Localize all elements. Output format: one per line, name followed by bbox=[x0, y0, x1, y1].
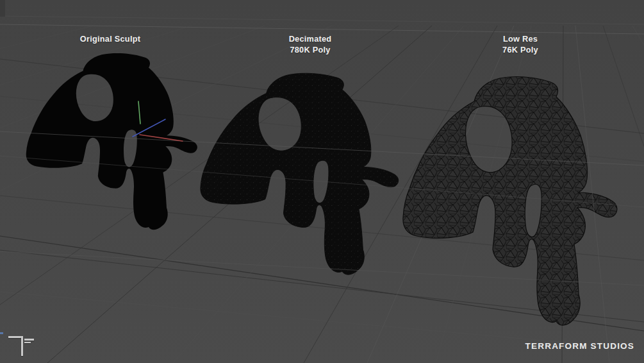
terraform-logo-icon bbox=[0, 0, 45, 38]
model-original-sculpt[interactable] bbox=[26, 53, 197, 230]
edge-marker bbox=[0, 332, 3, 334]
label-title: Original Sculpt bbox=[80, 33, 140, 44]
model-low-res[interactable] bbox=[403, 77, 617, 326]
label-polycount: 76K Poly bbox=[502, 44, 538, 55]
label-decimated: Decimated 780K Poly bbox=[289, 33, 332, 55]
label-title: Decimated bbox=[289, 33, 332, 44]
studio-watermark: TERRAFORM STUDIOS bbox=[525, 341, 634, 351]
label-title: Low Res bbox=[502, 33, 538, 44]
label-low-res: Low Res 76K Poly bbox=[502, 33, 538, 55]
label-original-sculpt: Original Sculpt bbox=[80, 33, 140, 44]
3d-viewport-window: Original Sculpt Decimated 780K Poly Low … bbox=[0, 0, 644, 363]
label-polycount: 780K Poly bbox=[289, 44, 332, 55]
